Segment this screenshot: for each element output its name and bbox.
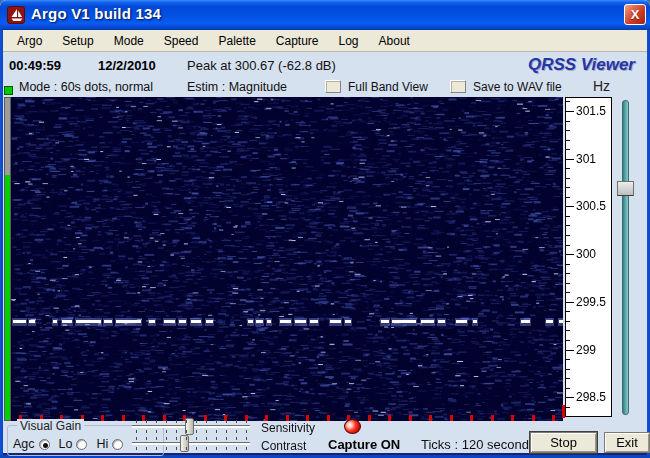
scale-minor-tick <box>566 340 570 341</box>
scale-minor-tick <box>566 264 570 265</box>
scale-minor-tick <box>566 245 570 246</box>
radio-agc-label: Agc <box>13 437 35 451</box>
radio-hi[interactable]: Hi <box>96 437 123 451</box>
slider-tick <box>236 420 237 423</box>
slider-tick <box>146 420 147 423</box>
slider-tick <box>206 430 207 433</box>
signal-level-meter <box>4 97 11 421</box>
slider-tick <box>226 430 227 433</box>
scale-minor-tick <box>566 378 570 379</box>
menu-bar: Argo Setup Mode Speed Palette Capture Lo… <box>3 30 647 52</box>
control-bar: Visual Gain Agc Lo Hi <box>3 421 647 453</box>
slider-tick <box>176 447 177 450</box>
waterfall-display[interactable] <box>11 97 563 423</box>
radio-hi-circle[interactable] <box>112 439 123 450</box>
sensitivity-slider[interactable] <box>132 418 252 434</box>
slider-tick <box>186 430 187 433</box>
peak-readout: Peak at 300.67 (-62.8 dB) <box>187 58 336 73</box>
full-band-view-checkbox[interactable] <box>325 80 341 93</box>
mode-status: Mode : 60s dots, normal <box>19 80 153 94</box>
slider-tick <box>176 430 177 433</box>
radio-agc[interactable]: Agc <box>13 437 50 451</box>
frequency-scroll-thumb[interactable] <box>617 181 634 196</box>
scale-minor-tick <box>566 149 570 150</box>
scale-label: 301.5 <box>576 104 606 118</box>
exit-button[interactable]: Exit <box>604 432 650 453</box>
slider-tick <box>226 437 227 440</box>
menu-about[interactable]: About <box>369 32 420 50</box>
scale-minor-tick <box>566 235 570 236</box>
visual-gain-label: Visual Gain <box>17 419 84 433</box>
menu-log[interactable]: Log <box>329 32 369 50</box>
scale-minor-tick <box>566 197 570 198</box>
slider-tick <box>216 447 217 450</box>
menu-mode[interactable]: Mode <box>104 32 154 50</box>
slider-tick <box>166 437 167 440</box>
scale-minor-tick <box>566 273 570 274</box>
close-button[interactable]: X <box>624 4 646 25</box>
contrast-thumb[interactable] <box>180 435 189 452</box>
status-bar: Mode : 60s dots, normal Estim : Magnitud… <box>3 78 647 97</box>
radio-lo-label: Lo <box>59 437 73 451</box>
slider-tick <box>216 430 217 433</box>
slider-tick <box>206 420 207 423</box>
date-display: 12/2/2010 <box>98 58 156 73</box>
scale-label: 299.5 <box>576 295 606 309</box>
slider-tick <box>246 420 247 423</box>
clock-display: 00:49:59 <box>9 58 61 73</box>
slider-tick <box>216 437 217 440</box>
menu-capture[interactable]: Capture <box>266 32 329 50</box>
scale-major-tick <box>566 350 574 351</box>
argo-window: Argo V1 build 134 X Argo Setup Mode Spee… <box>0 0 650 458</box>
slider-tick <box>176 420 177 423</box>
title-bar[interactable]: Argo V1 build 134 X <box>0 0 650 30</box>
radio-agc-circle[interactable] <box>39 439 50 450</box>
scale-minor-tick <box>566 283 570 284</box>
slider-tick <box>156 447 157 450</box>
window-title: Argo V1 build 134 <box>31 5 161 22</box>
slider-tick <box>166 430 167 433</box>
menu-palette[interactable]: Palette <box>208 32 265 50</box>
scale-minor-tick <box>566 311 570 312</box>
radio-lo-circle[interactable] <box>76 439 87 450</box>
slider-tick <box>136 430 137 433</box>
radio-lo[interactable]: Lo <box>59 437 88 451</box>
stop-button[interactable]: Stop <box>530 432 597 453</box>
contrast-label: Contrast <box>261 439 306 453</box>
contrast-track[interactable] <box>132 442 250 445</box>
slider-tick <box>146 430 147 433</box>
scale-minor-tick <box>566 225 570 226</box>
scale-minor-tick <box>566 130 570 131</box>
slider-tick <box>206 447 207 450</box>
argo-sailboat-icon <box>7 6 25 24</box>
menu-argo[interactable]: Argo <box>7 32 52 50</box>
scale-minor-tick <box>566 178 570 179</box>
scale-minor-tick <box>566 216 570 217</box>
scale-major-tick <box>566 159 574 160</box>
slider-tick <box>236 437 237 440</box>
save-wav-label: Save to WAV file <box>473 80 562 94</box>
frequency-scroll-track[interactable] <box>622 100 629 415</box>
slider-tick <box>196 420 197 423</box>
scale-minor-tick <box>566 330 570 331</box>
capture-led-icon <box>344 419 361 434</box>
contrast-slider[interactable] <box>132 435 252 451</box>
scale-major-tick <box>566 206 574 207</box>
scale-minor-tick <box>566 101 570 102</box>
scale-minor-tick <box>566 168 570 169</box>
slider-tick <box>216 420 217 423</box>
slider-tick <box>136 437 137 440</box>
menu-speed[interactable]: Speed <box>154 32 209 50</box>
save-wav-checkbox[interactable] <box>450 80 466 93</box>
capture-status: Capture ON <box>328 437 400 452</box>
scale-label: 300.5 <box>576 199 606 213</box>
scale-minor-tick <box>566 121 570 122</box>
scale-major-tick <box>566 254 574 255</box>
menu-setup[interactable]: Setup <box>52 32 103 50</box>
slider-tick <box>156 430 157 433</box>
slider-tick <box>196 437 197 440</box>
scale-minor-tick <box>566 359 570 360</box>
scale-major-tick <box>566 397 574 398</box>
slider-tick <box>186 447 187 450</box>
slider-tick <box>136 420 137 423</box>
